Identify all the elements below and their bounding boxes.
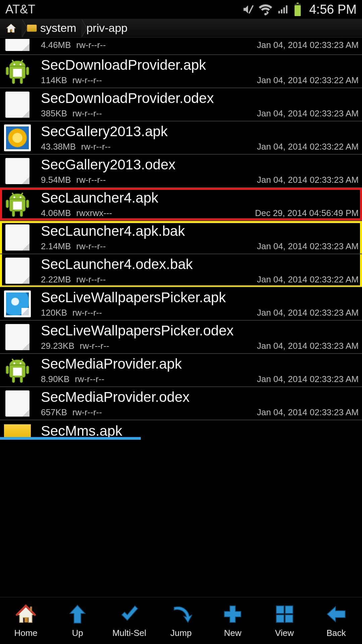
home-icon [15, 603, 37, 625]
plus-icon [222, 603, 244, 625]
arrow-up-icon [66, 603, 88, 625]
svg-rect-37 [30, 606, 32, 611]
file-date: Jan 04, 2014 02:33:22 AM [257, 142, 359, 152]
arrow-left-icon [325, 603, 347, 625]
file-row[interactable]: SecDownloadProvider.odex385KBrw-r--r--Ja… [0, 88, 362, 121]
breadcrumb: system priv-app [0, 19, 362, 38]
file-size: 4.46MB [41, 40, 71, 50]
file-size: 657KB [41, 407, 67, 418]
file-size: 9.54MB [41, 175, 71, 185]
apk-icon [3, 57, 32, 86]
file-perms: rw-r--r-- [75, 374, 104, 384]
home-button[interactable]: Home [0, 597, 52, 644]
file-perms: rw-r--r-- [76, 274, 106, 285]
file-row[interactable]: SecLauncher4.apk.bak2.14MBrw-r--r--Jan 0… [0, 221, 362, 254]
livewp-icon [3, 290, 32, 318]
breadcrumb-home[interactable] [0, 19, 21, 37]
file-date: Jan 04, 2014 02:33:23 AM [257, 374, 359, 384]
svg-rect-18 [6, 200, 9, 208]
file-name: SecMediaProvider.odex [41, 389, 359, 405]
file-perms: rw-r--r-- [72, 75, 102, 86]
svg-rect-20 [12, 210, 15, 216]
file-row[interactable]: SecMediaProvider.odex657KBrw-r--r--Jan 0… [0, 387, 362, 420]
back-button[interactable]: Back [310, 597, 362, 644]
file-name: SecMediaProvider.apk [41, 356, 359, 372]
file-name: SecDownloadProvider.apk [41, 57, 359, 73]
file-row[interactable]: SecLiveWallpapersPicker.apk120KBrw-r--r-… [0, 287, 362, 321]
svg-point-24 [13, 196, 15, 198]
status-bar: AT&T 4:56 PM [0, 0, 362, 19]
svg-marker-1 [267, 10, 269, 15]
file-icon [3, 39, 32, 51]
up-button[interactable]: Up [52, 597, 103, 644]
breadcrumb-label: system [40, 21, 76, 35]
svg-rect-31 [20, 376, 23, 382]
jump-button[interactable]: Jump [155, 597, 207, 644]
breadcrumb-label: priv-app [86, 21, 128, 35]
svg-rect-36 [24, 618, 28, 622]
svg-rect-8 [6, 67, 9, 75]
file-name: SecGallery2013.apk [41, 123, 359, 140]
file-row[interactable]: SecLauncher4.odex.bak2.22MBrw-r--r--Jan … [0, 254, 362, 287]
file-perms: rw-r--r-- [72, 407, 102, 418]
jump-icon [170, 603, 192, 625]
folder-icon [3, 424, 32, 438]
toolbar-label: Multi-Sel [112, 628, 146, 638]
file-icon [3, 257, 32, 285]
file-date: Jan 04, 2014 02:33:23 AM [257, 108, 359, 119]
file-row[interactable]: SecGallery2013.apk43.38MBrw-r--r--Jan 04… [0, 121, 362, 155]
file-perms: rw-r--r-- [76, 175, 106, 185]
file-row[interactable]: 4.46MBrw-r--r--Jan 04, 2014 02:33:23 AM [0, 38, 362, 55]
svg-point-25 [20, 196, 21, 198]
svg-point-34 [13, 362, 15, 364]
wifi-icon [259, 3, 272, 16]
svg-line-0 [249, 5, 253, 13]
status-icons: 4:56 PM [242, 2, 357, 17]
file-row[interactable]: SecDownloadProvider.apk114KBrw-r--r--Jan… [0, 55, 362, 88]
svg-rect-40 [276, 615, 284, 623]
multi-sel-button[interactable]: Multi-Sel [104, 597, 155, 644]
svg-point-15 [20, 63, 21, 65]
new-button[interactable]: New [207, 597, 258, 644]
file-perms: rw-r--r-- [76, 241, 106, 252]
file-perms: rw-r--r-- [80, 341, 109, 351]
file-perms: rw-r--r-- [72, 308, 102, 318]
file-row[interactable]: SecMms.apk [0, 420, 362, 440]
file-name: SecMms.apk [41, 423, 359, 439]
file-size: 385KB [41, 108, 67, 119]
breadcrumb-system[interactable]: system [21, 19, 81, 37]
file-row[interactable]: SecLiveWallpapersPicker.odex29.23KBrw-r-… [0, 321, 362, 354]
view-button[interactable]: View [258, 597, 310, 644]
svg-rect-5 [11, 29, 12, 32]
svg-rect-38 [276, 606, 284, 613]
highlight-yellow: SecLauncher4.apk.bak2.14MBrw-r--r--Jan 0… [0, 221, 362, 287]
file-row[interactable]: SecMediaProvider.apk8.90KBrw-r--r--Jan 0… [0, 354, 362, 387]
svg-point-14 [13, 63, 15, 65]
file-row[interactable]: SecLauncher4.apk4.06MBrwxrwx---Dec 29, 2… [0, 188, 362, 221]
svg-rect-28 [6, 366, 9, 374]
file-date: Jan 04, 2014 02:33:23 AM [257, 241, 359, 252]
toolbar-label: New [224, 628, 241, 638]
file-icon [3, 223, 32, 252]
file-row[interactable]: SecGallery2013.odex9.54MBrw-r--r--Jan 04… [0, 155, 362, 188]
file-size: 29.23KB [41, 341, 74, 351]
breadcrumb-priv-app[interactable]: priv-app [81, 19, 132, 37]
file-icon [3, 323, 32, 351]
file-date: Jan 04, 2014 02:33:23 AM [257, 407, 359, 418]
file-date: Jan 04, 2014 02:33:22 AM [257, 75, 359, 86]
folder-icon [27, 24, 37, 32]
file-list: 4.46MBrw-r--r--Jan 04, 2014 02:33:23 AMS… [0, 38, 362, 597]
toolbar-label: Back [326, 628, 346, 638]
svg-rect-39 [285, 606, 293, 613]
file-name: SecLiveWallpapersPicker.apk [41, 289, 359, 306]
file-date: Jan 04, 2014 02:33:23 AM [257, 341, 359, 351]
file-size: 43.38MB [41, 142, 76, 152]
file-size: 2.22MB [41, 274, 71, 285]
file-name: SecLauncher4.apk.bak [41, 223, 359, 239]
file-date: Jan 04, 2014 02:33:23 AM [257, 40, 359, 50]
file-size: 114KB [41, 75, 67, 86]
toolbar-label: Home [14, 628, 37, 638]
toolbar-label: Up [72, 628, 83, 638]
svg-rect-4 [295, 5, 301, 16]
file-name: SecLauncher4.apk [41, 190, 359, 206]
